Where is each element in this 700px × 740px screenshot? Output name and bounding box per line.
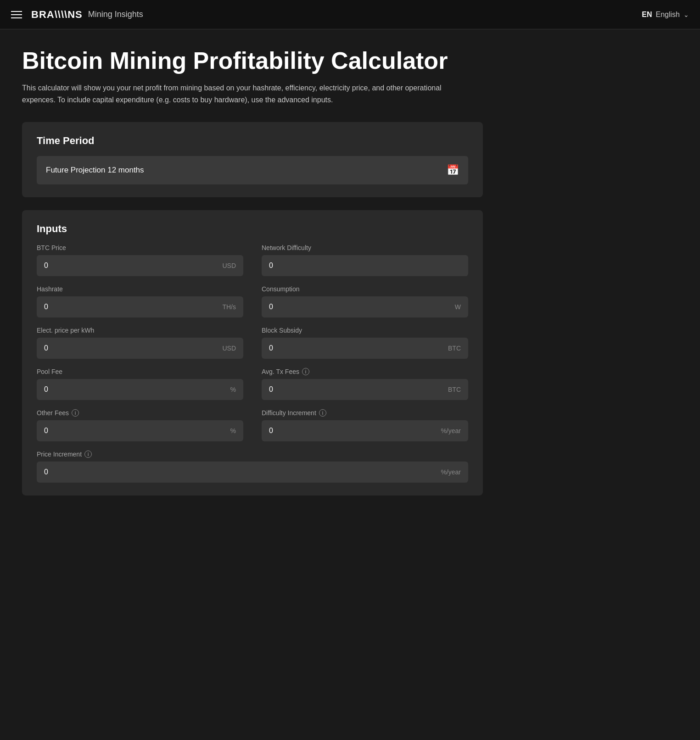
unit-pool-fee: % — [230, 386, 236, 393]
info-icon-avg-tx-fees[interactable]: i — [302, 368, 309, 375]
brand-logo: BRA\\\\NS — [31, 9, 83, 21]
info-icon-price-increment[interactable]: i — [84, 451, 92, 458]
input-group-btc-price: BTC PriceUSD — [37, 244, 243, 276]
unit-difficulty-increment: %/year — [441, 427, 461, 434]
label-pool-fee: Pool Fee — [37, 368, 243, 375]
navbar: BRA\\\\NS Mining Insights EN English ⌄ — [0, 0, 700, 29]
label-network-difficulty: Network Difficulty — [262, 244, 468, 251]
input-network-difficulty[interactable] — [269, 262, 461, 270]
page-description: This calculator will show you your net p… — [22, 82, 458, 106]
input-group-network-difficulty: Network Difficulty — [262, 244, 468, 276]
chevron-down-icon: ⌄ — [683, 11, 689, 18]
main-content: Bitcoin Mining Profitability Calculator … — [0, 29, 505, 527]
input-pool-fee[interactable] — [44, 385, 227, 394]
input-group-price-increment: Price Incrementi%/year — [37, 451, 468, 483]
input-group-pool-fee: Pool Fee% — [37, 368, 243, 400]
label-hashrate: Hashrate — [37, 285, 243, 293]
input-wrapper-network-difficulty — [262, 255, 468, 276]
page-title: Bitcoin Mining Profitability Calculator — [22, 48, 483, 74]
input-price-increment[interactable] — [44, 468, 437, 476]
inputs-section-title: Inputs — [37, 223, 468, 235]
input-wrapper-avg-tx-fees: BTC — [262, 379, 468, 400]
input-wrapper-elec-price: USD — [37, 338, 243, 359]
language-selector[interactable]: EN English ⌄ — [642, 11, 689, 19]
info-icon-difficulty-increment[interactable]: i — [319, 409, 326, 417]
time-period-selector[interactable]: Future Projection 12 months 📅 — [37, 156, 468, 184]
label-consumption: Consumption — [262, 285, 468, 293]
input-wrapper-block-subsidy: BTC — [262, 338, 468, 359]
navbar-left: BRA\\\\NS Mining Insights — [11, 9, 143, 21]
unit-hashrate: TH/s — [222, 303, 236, 311]
label-block-subsidy: Block Subsidy — [262, 327, 468, 334]
brand-subtitle: Mining Insights — [88, 10, 143, 19]
input-group-other-fees: Other Feesi% — [37, 409, 243, 441]
input-wrapper-difficulty-increment: %/year — [262, 420, 468, 441]
input-group-hashrate: HashrateTH/s — [37, 285, 243, 317]
input-wrapper-price-increment: %/year — [37, 462, 468, 483]
language-label: English — [656, 11, 680, 19]
label-avg-tx-fees: Avg. Tx Feesi — [262, 368, 468, 375]
input-wrapper-hashrate: TH/s — [37, 296, 243, 317]
input-wrapper-btc-price: USD — [37, 255, 243, 276]
input-elec-price[interactable] — [44, 344, 218, 352]
unit-consumption: W — [455, 303, 461, 311]
input-btc-price[interactable] — [44, 262, 218, 270]
input-group-block-subsidy: Block SubsidyBTC — [262, 327, 468, 359]
unit-btc-price: USD — [222, 262, 236, 269]
calendar-icon: 📅 — [447, 164, 459, 176]
inputs-card: Inputs BTC PriceUSDNetwork DifficultyHas… — [22, 210, 483, 495]
unit-price-increment: %/year — [441, 468, 461, 476]
unit-avg-tx-fees: BTC — [448, 386, 461, 393]
input-consumption[interactable] — [269, 303, 451, 311]
unit-elec-price: USD — [222, 345, 236, 352]
input-hashrate[interactable] — [44, 303, 218, 311]
unit-other-fees: % — [230, 427, 236, 434]
label-price-increment: Price Incrementi — [37, 451, 468, 458]
input-avg-tx-fees[interactable] — [269, 385, 444, 394]
input-group-consumption: ConsumptionW — [262, 285, 468, 317]
label-other-fees: Other Feesi — [37, 409, 243, 417]
input-difficulty-increment[interactable] — [269, 427, 437, 435]
input-group-elec-price: Elect. price per kWhUSD — [37, 327, 243, 359]
input-block-subsidy[interactable] — [269, 344, 444, 352]
input-other-fees[interactable] — [44, 427, 227, 435]
input-group-difficulty-increment: Difficulty Incrementi%/year — [262, 409, 468, 441]
info-icon-other-fees[interactable]: i — [72, 409, 79, 417]
time-period-card: Time Period Future Projection 12 months … — [22, 122, 483, 197]
label-elec-price: Elect. price per kWh — [37, 327, 243, 334]
input-wrapper-consumption: W — [262, 296, 468, 317]
label-difficulty-increment: Difficulty Incrementi — [262, 409, 468, 417]
language-code: EN — [642, 11, 652, 19]
inputs-grid: BTC PriceUSDNetwork DifficultyHashrateTH… — [37, 244, 468, 483]
brand: BRA\\\\NS Mining Insights — [31, 9, 143, 21]
input-group-avg-tx-fees: Avg. Tx FeesiBTC — [262, 368, 468, 400]
time-period-value: Future Projection 12 months — [46, 166, 144, 175]
input-wrapper-pool-fee: % — [37, 379, 243, 400]
unit-block-subsidy: BTC — [448, 345, 461, 352]
input-wrapper-other-fees: % — [37, 420, 243, 441]
time-period-section-title: Time Period — [37, 135, 468, 147]
label-btc-price: BTC Price — [37, 244, 243, 251]
hamburger-menu-icon[interactable] — [11, 11, 22, 18]
